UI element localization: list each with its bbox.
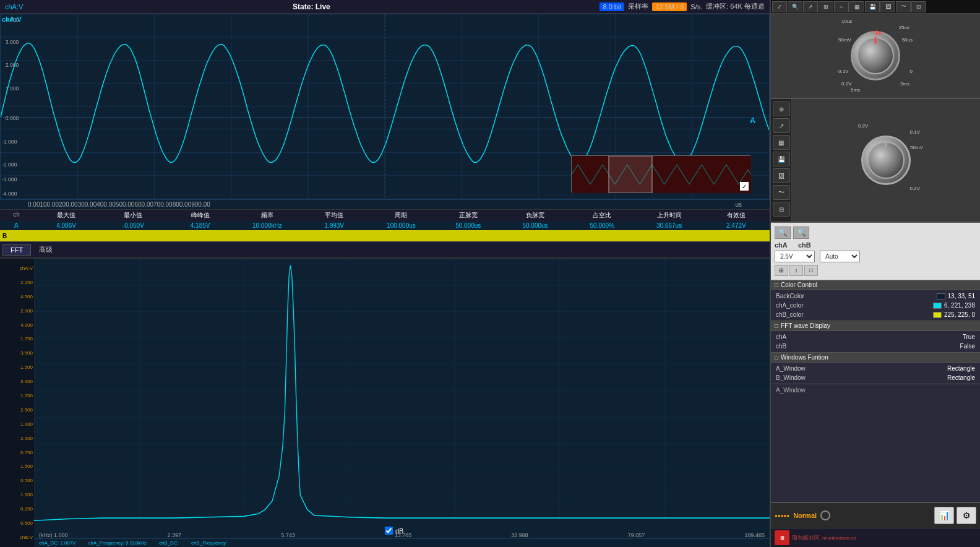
waveform-display: chA:V [0,14,770,199]
stats-col-rms: 有效值 [703,211,770,220]
fft-display-header[interactable]: □ FFT wave Display [771,321,980,331]
small-btn-3[interactable]: □ [804,265,818,276]
backcolor-rgb: 13, 33, 51 [948,293,975,299]
search-icon-1[interactable]: 🔍 [775,226,791,239]
a-window-val: Rectangle [947,365,975,372]
time-knob[interactable] [851,31,900,80]
dots-pattern: ●●●●● [775,513,789,519]
img-btn[interactable]: 🖼 [880,1,895,12]
vscale-50mv: 50mV [910,145,923,150]
watermark-area: ⊞ 面包板社区 mianbaoban.cn [771,528,980,547]
x-label-2: 200.00 [59,201,78,208]
bottom-icon-btns: 📊 ⚙ [934,507,976,524]
chb-color-rgb: 225, 225, 0 [944,311,975,318]
fft-cha-freq: chA_Frequency: 9.918kHz [88,540,147,546]
icon-grid2[interactable]: ⊟ [773,202,790,217]
x-label-0: 0.00 [28,201,40,208]
cha-label: chA [775,241,793,249]
color-control-label: Color Control [781,282,817,288]
expand-btn[interactable]: ⤢ [772,1,787,12]
stats-a-rise: 30.667us [635,222,702,229]
fft-y-8: 1.500 [1,364,33,370]
color-control-body: BackColor 13, 33, 51 chA_color 6, 221, 2… [771,290,980,321]
tab-advanced[interactable]: 高级 [31,243,61,256]
grid-btn[interactable]: ⊞ [819,1,833,12]
cha-color-swatch [933,303,942,309]
windows-fn-header[interactable]: □ Windows Funtion [771,352,980,363]
fft-x-7: 189.465 [744,532,765,538]
fft-chart: chA:V 2.250 4.500 2.000 4.000 1.750 3.50… [0,259,770,547]
knob2-section: ⊕ ↗ ▦ 💾 🖼 〜 ⊟ 0.2V 0.1V 50mV 0.2V [771,99,980,223]
backcolor-val: 13, 33, 51 [937,293,975,299]
fft-x-2: 2.397 [168,532,182,538]
icon-image2[interactable]: 🖼 [773,168,790,183]
normal-circle[interactable] [820,510,830,520]
vscale-0-2v-2: 0.2V [910,186,920,191]
thumbnail-checkbox[interactable]: ✓ [740,182,749,191]
fft-y-11: 2.500 [1,407,33,413]
stats-col-rise: 上升时间 [635,211,702,220]
svg-rect-31 [34,259,770,522]
normal-label: Normal [793,512,817,519]
time-knob-wrapper: 10us 25us 50us 0 2ms 5ms 0.2V 0.1V 50mV … [838,19,913,93]
rate-value: 12.5M / 6 [652,2,687,11]
cha-select[interactable]: 2.5V 1V 500mV [775,251,815,262]
backcolor-row: BackColor 13, 33, 51 [771,291,980,301]
stats-header: ch 最大值 最小值 峰峰值 频率 平均值 周期 正脉宽 负脉宽 占空比 上升时… [0,210,770,221]
chb-select[interactable]: Auto DC AC [820,251,860,262]
fft-chb-dc: chB_DC: [159,540,179,546]
cursor-btn[interactable]: ↗ [803,1,818,12]
x-label-3: 300.00 [78,201,97,208]
fft-y-18: 0.250 [1,506,33,512]
tab-area: FFT 高级 [0,241,770,257]
icon-save2[interactable]: 💾 [773,152,790,166]
small-btn-1[interactable]: ⊞ [775,265,788,276]
svg-text:-4.000: -4.000 [2,191,17,197]
backcolor-swatch [937,293,945,299]
small-btn-2[interactable]: ↕ [789,265,803,276]
normal-control: ●●●●● Normal [775,510,830,520]
ch-row: chA chB [775,241,976,249]
header-bar: chA:V State: Live 8.0 bit 采样率 12.5M / 6 … [0,0,770,14]
vscale-0-2v: 0.2V [858,123,868,129]
stats-col-negw: 负脉宽 [502,211,569,220]
icon-wave2[interactable]: 〜 [773,185,790,200]
volt-knob-wrapper: 0.2V 0.1V 50mV 0.2V [849,123,923,197]
tab-fft[interactable]: FFT [2,244,31,256]
svg-text:3.000: 3.000 [6,39,19,45]
svg-rect-29 [609,156,652,193]
stats-a-avg: 1.993V [301,222,368,229]
right-panel: ⤢ 🔍 ↗ ⊞ ↔ ▦ 💾 🖼 〜 ⊟ 10us 25us 50us 0 2ms… [770,0,980,547]
fft-y-15: 1.500 [1,463,33,469]
bars-chart-btn[interactable]: 📊 [934,507,954,524]
color-control-header[interactable]: □ Color Control [771,280,980,290]
icon-fit[interactable]: ⊕ [773,101,790,116]
fft-y-13: 2.000 [1,436,33,441]
fft-display-body: chA True chB False [771,331,980,352]
b-window-row: B_Window Rectangle [771,373,980,382]
search-icon-2[interactable]: 🔍 [793,226,809,239]
x-label-9: 900.00 [191,201,210,208]
fft-cha-label: chA [776,334,786,340]
fft-y-20: chB:V [1,535,33,540]
zoom-in-btn[interactable]: 🔍 [788,1,802,12]
save-btn[interactable]: 💾 [865,1,880,12]
fit-btn[interactable]: ↔ [834,1,849,12]
svg-rect-28 [572,156,751,193]
settings-btn[interactable]: ⚙ [956,507,976,524]
fft-area: chA:V 2.250 4.500 2.000 4.000 1.750 3.50… [0,257,770,547]
icon-bars[interactable]: ▦ [773,135,790,150]
bar-btn[interactable]: ▦ [849,1,864,12]
table-btn[interactable]: ⊟ [911,1,926,12]
fft-cha-dc: chA_DC: 2.007V [39,540,76,546]
db-checkbox-area: dB [385,527,403,535]
icon-cursor2[interactable]: ↗ [773,118,790,133]
state-label: State: Live [293,2,330,11]
x-label-4: 400.00 [97,201,116,208]
volt-knob[interactable] [861,136,911,185]
db-checkbox[interactable] [385,527,393,535]
watermark-icon-text: ⊞ [780,535,784,541]
wave-btn[interactable]: 〜 [896,1,911,12]
stats-a-negw: 50.000us [502,222,569,229]
bit-badge: 8.0 bit [600,2,624,11]
